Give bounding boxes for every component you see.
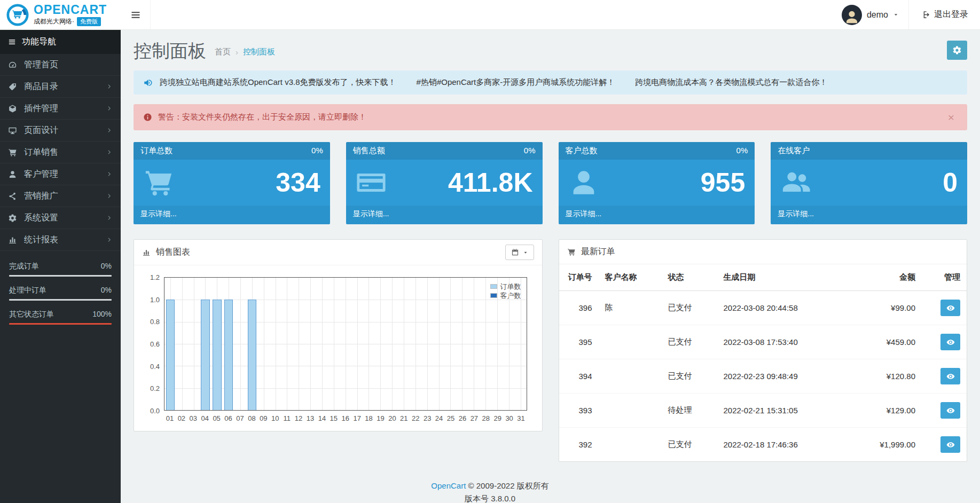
sidebar-item-extensions[interactable]: 插件管理: [0, 98, 121, 120]
table-row: 395已支付2022-03-08 17:53:40¥459.00: [559, 325, 967, 359]
app-logo[interactable]: OPENCART 成都光大网络· 免费版: [0, 0, 121, 29]
gridline: [194, 278, 194, 410]
orders-column-header: 金额: [842, 264, 922, 291]
tile-details-link[interactable]: 显示详细...: [771, 206, 967, 224]
announcement-link[interactable]: 跨境电商物流成本高？各类物流模式总有一款适合你！: [635, 77, 827, 87]
warning-alert: 警告：安装文件夹仍然存在，出于安全原因，请立即删除！ ×: [134, 104, 967, 130]
view-order-button[interactable]: [940, 368, 960, 384]
view-order-button[interactable]: [940, 436, 960, 453]
sidebar-item-customers[interactable]: 客户管理: [0, 163, 121, 185]
stat-label: 其它状态订单: [9, 310, 54, 319]
user-menu[interactable]: demo: [832, 0, 908, 29]
table-row: 394已支付2022-02-23 09:48:49¥120.80: [559, 359, 967, 394]
dashboard-settings-button[interactable]: [947, 41, 967, 60]
sidebar-item-design[interactable]: 页面设计: [0, 120, 121, 142]
order-total: ¥99.00: [842, 291, 922, 325]
gridline: [299, 278, 299, 410]
chart-date-range-button[interactable]: [505, 245, 534, 260]
stat-label: 完成订单: [9, 262, 39, 271]
bar-chart-icon: [142, 248, 151, 257]
gridline: [474, 278, 474, 410]
nav-header-label: 功能导航: [22, 36, 56, 48]
x-axis-tick-label: 25: [447, 414, 454, 422]
order-id: 394: [559, 359, 599, 394]
tile-details-link[interactable]: 显示详细...: [559, 206, 755, 224]
view-order-button[interactable]: [940, 402, 960, 419]
x-axis-tick-label: 07: [236, 414, 244, 422]
legend-label: 客户数: [500, 291, 521, 300]
stat-label: 处理中订单: [9, 286, 46, 295]
gridline: [357, 278, 358, 410]
alert-close-button[interactable]: ×: [945, 111, 958, 123]
orders-column-header: 订单号: [559, 264, 599, 291]
tile-title: 在线客户: [778, 146, 810, 156]
puzzle-icon: [8, 104, 17, 113]
order-customer: [599, 359, 662, 394]
x-axis-tick-label: 31: [517, 414, 524, 422]
view-order-button[interactable]: [940, 334, 960, 350]
chart-bar: [166, 300, 175, 410]
order-actions: [922, 291, 967, 325]
announcement-link[interactable]: #热销#OpenCart多商家-开源多用户商城系统功能详解！: [417, 77, 615, 87]
order-customer: [599, 394, 662, 428]
view-order-button[interactable]: [940, 300, 960, 316]
sidebar-item-reports[interactable]: 统计报表: [0, 229, 121, 251]
sales-chart-title: 销售图表: [156, 247, 190, 258]
order-total: ¥129.00: [842, 394, 922, 428]
cart-icon: [8, 148, 17, 157]
opencart-footer-link[interactable]: OpenCart: [431, 481, 466, 490]
sidebar-item-label: 系统设置: [24, 213, 58, 224]
users-icon: [780, 167, 811, 198]
gridline: [509, 278, 509, 410]
x-axis-tick-label: 21: [400, 414, 407, 422]
copyright-text: © 2009-2022 版权所有: [466, 481, 548, 490]
tile-value: 411.8K: [448, 169, 532, 196]
sidebar-item-marketing[interactable]: 营销推广: [0, 185, 121, 207]
x-axis-tick-label: 02: [178, 414, 185, 422]
sidebar-item-dashboard[interactable]: 管理首页: [0, 54, 121, 76]
gridline: [322, 278, 323, 410]
breadcrumb-current-link[interactable]: 控制面板: [243, 47, 275, 57]
tile-title: 订单总数: [140, 146, 173, 156]
breadcrumb-home-link[interactable]: 首页: [215, 47, 231, 57]
sidebar-item-sales[interactable]: 订单销售: [0, 142, 121, 163]
y-axis-tick-label: 0.0: [140, 407, 160, 415]
chevron-right-icon: [106, 171, 113, 177]
sidebar-toggle-button[interactable]: [121, 0, 151, 29]
order-status: 已支付: [662, 291, 717, 325]
tile-details-link[interactable]: 显示详细...: [134, 206, 330, 224]
announcement-bar: 跨境独立站电商建站系统OpenCart v3.8免费版发布了，快来下载！#热销#…: [134, 70, 967, 95]
order-id: 393: [559, 394, 599, 428]
tile-details-link[interactable]: 显示详细...: [346, 206, 543, 224]
gridline: [485, 278, 486, 410]
order-actions: [922, 359, 967, 394]
y-axis-tick-label: 0.8: [140, 318, 160, 326]
sidebar-item-catalog[interactable]: 商品目录: [0, 76, 121, 98]
order-id: 396: [559, 291, 599, 325]
x-axis-tick-label: 12: [295, 414, 302, 422]
chevron-right-icon: [106, 193, 113, 199]
legend-color-box: [490, 284, 497, 289]
logout-button[interactable]: 退出登录: [908, 0, 980, 29]
sidebar-item-label: 商品目录: [24, 81, 58, 92]
stat-tile: 销售总额0% 411.8K 显示详细...: [346, 142, 543, 224]
announcement-link[interactable]: 跨境独立站电商建站系统OpenCart v3.8免费版发布了，快来下载！: [160, 77, 396, 87]
speaker-icon: [143, 78, 153, 88]
chevron-right-icon: [106, 237, 113, 243]
x-axis-tick-label: 24: [435, 414, 443, 422]
order-status: 已支付: [662, 325, 717, 359]
legend-label: 订单数: [500, 282, 521, 291]
announcement-items: 跨境独立站电商建站系统OpenCart v3.8免费版发布了，快来下载！#热销#…: [160, 77, 848, 88]
top-header: OPENCART 成都光大网络· 免费版 demo 退出登录: [0, 0, 980, 30]
order-stat: 其它状态订单100%: [9, 310, 112, 325]
sidebar-nav-header: 功能导航: [0, 30, 121, 54]
stat-tile: 在线客户 0 显示详细...: [771, 142, 967, 224]
gridline: [310, 278, 311, 410]
gear-icon: [8, 214, 17, 223]
gridline: [404, 278, 404, 410]
sidebar-item-system[interactable]: 系统设置: [0, 207, 121, 229]
chevron-right-icon: [106, 105, 113, 112]
order-actions: [922, 325, 967, 359]
orders-column-header: 生成日期: [717, 264, 842, 291]
y-axis-tick-label: 0.4: [140, 362, 160, 370]
